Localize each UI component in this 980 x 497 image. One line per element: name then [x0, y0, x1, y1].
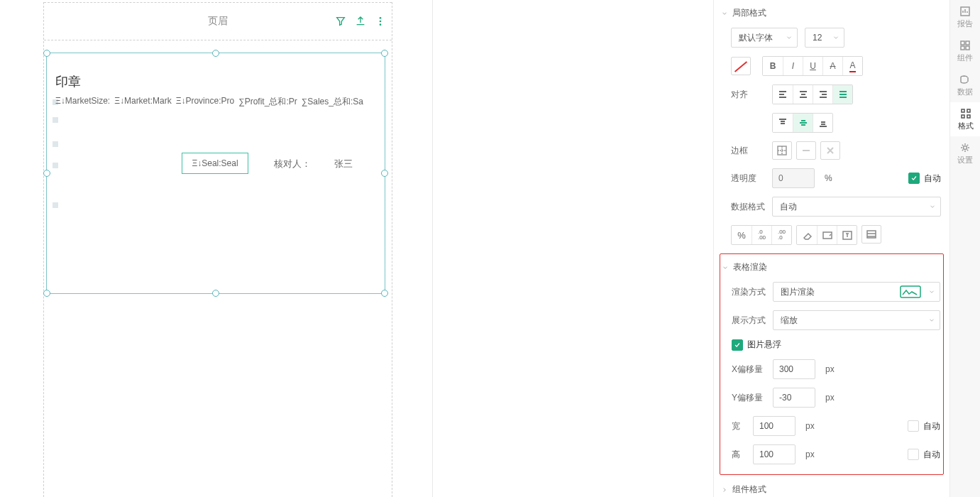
border-all-button[interactable]	[772, 141, 792, 160]
date-format-button[interactable]	[817, 226, 837, 244]
font-color-button[interactable]: A	[842, 57, 862, 75]
render-mode-select[interactable]: 图片渲染	[773, 282, 940, 302]
valign-top-button[interactable]	[773, 114, 793, 132]
section-table-render[interactable]: 表格渲染	[720, 257, 943, 278]
px-unit: px	[805, 449, 815, 459]
font-size-value: 12	[813, 33, 822, 43]
chevron-down-icon	[722, 264, 729, 271]
section-component-format[interactable]: 组件格式	[720, 479, 944, 497]
resize-handle-e[interactable]	[381, 170, 388, 177]
align-right-button[interactable]	[813, 85, 832, 104]
canvas-area: 页眉	[0, 0, 433, 497]
align-center-button[interactable]	[793, 85, 813, 104]
x-offset-label: X偏移量	[732, 364, 766, 376]
x-offset-row: X偏移量 px	[720, 355, 943, 383]
height-auto-checkbox[interactable]: 自动	[908, 449, 940, 461]
field-chip[interactable]: Ξ↓Market:Mark	[114, 96, 171, 108]
height-input[interactable]	[753, 444, 795, 464]
border-color-button[interactable]	[820, 141, 840, 160]
resize-handle-nw[interactable]	[43, 50, 50, 57]
seal-cell-label: Ξ↓Seal:Seal	[192, 158, 238, 168]
render-mode-row: 渲染方式 图片渲染	[720, 278, 943, 306]
resize-handle-ne[interactable]	[381, 50, 388, 57]
percent-button[interactable]: %	[732, 226, 751, 244]
page-header-zone[interactable]: 页眉	[44, 2, 392, 40]
chevron-down-icon	[929, 203, 936, 210]
more-dots-icon[interactable]	[373, 14, 387, 28]
text-style-row: B I U A A	[720, 52, 944, 80]
display-mode-value: 缩放	[781, 315, 798, 327]
svg-rect-7	[901, 286, 920, 297]
data-format-label: 数据格式	[731, 201, 765, 213]
border-style-button[interactable]	[796, 141, 816, 160]
underline-button[interactable]: U	[803, 57, 822, 75]
opacity-unit: %	[825, 173, 832, 183]
bold-button[interactable]: B	[763, 57, 783, 75]
table-format-button[interactable]	[861, 225, 881, 244]
svg-point-0	[380, 17, 382, 19]
row-marker	[53, 163, 58, 168]
rail-tab-settings[interactable]: 设置	[950, 136, 980, 170]
chevron-down-icon	[721, 10, 728, 17]
page-header-label: 页眉	[208, 15, 228, 28]
float-image-row: 图片悬浮	[720, 334, 943, 355]
increase-decimal-button[interactable]: .0.00	[751, 226, 771, 244]
rail-tab-component[interactable]: 组件	[950, 34, 980, 68]
display-mode-select[interactable]: 缩放	[773, 310, 940, 330]
px-unit: px	[825, 364, 835, 374]
border-row: 边框	[720, 137, 944, 164]
font-family-select[interactable]: 默认字体	[731, 28, 798, 48]
width-auto-label: 自动	[923, 420, 940, 432]
rail-tab-format[interactable]: 格式	[950, 102, 980, 136]
export-icon[interactable]	[353, 14, 368, 28]
y-offset-input[interactable]	[773, 388, 815, 408]
opacity-auto-checkbox[interactable]: 自动	[908, 173, 941, 185]
field-chip[interactable]: Ξ↓MarketSize:	[55, 96, 110, 108]
align-left-button[interactable]	[773, 85, 793, 104]
data-format-select[interactable]: 自动	[772, 197, 941, 217]
svg-point-2	[380, 23, 382, 26]
section-label: 局部格式	[732, 7, 766, 19]
width-input[interactable]	[753, 416, 795, 436]
border-button-group	[772, 141, 840, 160]
filter-icon[interactable]	[334, 14, 348, 28]
format-group-b	[796, 225, 857, 245]
x-offset-input[interactable]	[773, 359, 815, 379]
strikethrough-button[interactable]: A	[822, 57, 842, 75]
component-selection-frame[interactable]: 印章 Ξ↓MarketSize: Ξ↓Market:Mark Ξ↓Provinc…	[46, 53, 385, 294]
italic-button[interactable]: I	[783, 57, 803, 75]
eraser-icon[interactable]	[797, 226, 817, 244]
resize-handle-w[interactable]	[43, 170, 50, 177]
table-render-section-highlighted: 表格渲染 渲染方式 图片渲染 展示方式 缩放 图片悬浮 X偏移量	[720, 253, 944, 475]
page-canvas[interactable]: 页眉	[43, 2, 392, 497]
valign-middle-button[interactable]	[793, 114, 813, 132]
opacity-input[interactable]	[772, 168, 815, 188]
align-label: 对齐	[731, 89, 765, 101]
y-offset-label: Y偏移量	[732, 392, 766, 404]
valign-bottom-button[interactable]	[813, 114, 832, 132]
float-image-label: 图片悬浮	[747, 339, 781, 351]
field-chip[interactable]: ∑Profit_总和:Pr	[238, 96, 297, 108]
font-size-select[interactable]: 12	[805, 28, 844, 48]
field-chip[interactable]: Ξ↓Province:Pro	[176, 96, 235, 108]
decrease-decimal-button[interactable]: .00.0	[771, 226, 791, 244]
svg-point-17	[964, 146, 967, 149]
svg-rect-12	[966, 46, 969, 50]
seal-cell[interactable]: Ξ↓Seal:Seal	[182, 153, 248, 174]
rail-tab-report[interactable]: 报告	[950, 0, 980, 34]
section-local-format[interactable]: 局部格式	[720, 3, 944, 23]
height-label: 高	[732, 449, 746, 461]
resize-handle-se[interactable]	[381, 290, 388, 297]
tab-rail: 报告 组件 数据 格式 设置	[949, 0, 980, 497]
resize-handle-n[interactable]	[212, 50, 219, 57]
field-chip[interactable]: ∑Sales_总和:Sa	[302, 96, 363, 108]
width-auto-checkbox[interactable]: 自动	[908, 420, 940, 432]
resize-handle-s[interactable]	[212, 290, 219, 297]
resize-handle-sw[interactable]	[43, 290, 50, 297]
float-image-checkbox[interactable]: 图片悬浮	[732, 339, 781, 351]
align-justify-button[interactable]	[832, 85, 852, 104]
rail-tab-data[interactable]: 数据	[950, 68, 980, 102]
no-fill-swatch[interactable]	[731, 57, 751, 75]
text-format-button[interactable]	[837, 226, 857, 244]
checkbox-unchecked-icon	[908, 449, 919, 460]
